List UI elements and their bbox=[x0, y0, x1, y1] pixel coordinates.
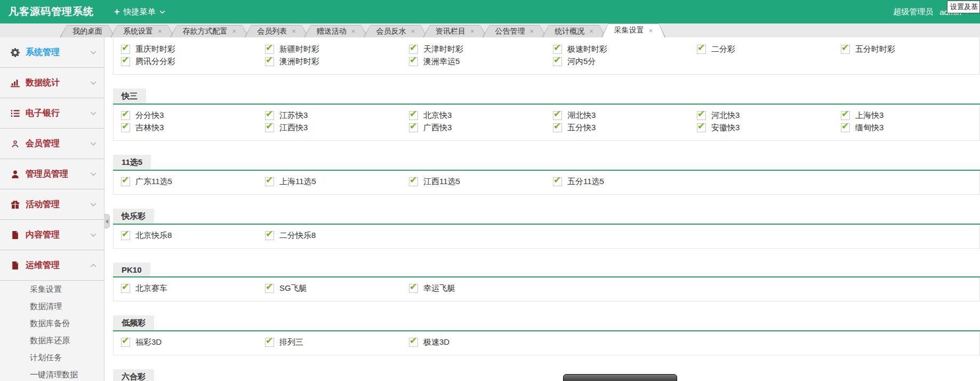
checkbox-checked-icon[interactable]: ✔ bbox=[697, 111, 706, 120]
quick-menu-button[interactable]: + 快捷菜单 bbox=[109, 0, 171, 23]
lottery-option[interactable]: ✔河北快3 bbox=[697, 109, 841, 122]
lottery-option[interactable]: ✔澳洲幸运5 bbox=[409, 55, 553, 68]
checkbox-checked-icon[interactable]: ✔ bbox=[697, 45, 706, 54]
checkbox-checked-icon[interactable]: ✔ bbox=[121, 338, 130, 347]
tab[interactable]: 资讯栏目× bbox=[423, 25, 487, 37]
tab-close-icon[interactable]: × bbox=[292, 28, 296, 35]
submenu-item[interactable]: 数据清理 bbox=[0, 298, 104, 315]
checkbox-checked-icon[interactable]: ✔ bbox=[409, 338, 418, 347]
checkbox-checked-icon[interactable]: ✔ bbox=[265, 111, 274, 120]
tab[interactable]: 系统设置× bbox=[110, 25, 175, 37]
checkbox-checked-icon[interactable]: ✔ bbox=[841, 123, 850, 132]
submenu-item[interactable]: 计划任务 bbox=[0, 349, 104, 366]
checkbox-checked-icon[interactable]: ✔ bbox=[265, 123, 274, 132]
lottery-option[interactable]: ✔福彩3D bbox=[121, 336, 265, 348]
sidebar-item[interactable]: 系统管理 bbox=[0, 37, 104, 68]
checkbox-checked-icon[interactable]: ✔ bbox=[121, 177, 130, 186]
tab[interactable]: 会员列表× bbox=[244, 25, 309, 37]
checkbox-checked-icon[interactable]: ✔ bbox=[553, 123, 562, 132]
checkbox-checked-icon[interactable]: ✔ bbox=[409, 284, 418, 293]
tab[interactable]: 公告管理× bbox=[483, 25, 547, 37]
checkbox-checked-icon[interactable]: ✔ bbox=[409, 111, 418, 120]
lottery-option[interactable]: ✔幸运飞艇 bbox=[409, 282, 553, 295]
tab-close-icon[interactable]: × bbox=[411, 28, 415, 35]
checkbox-checked-icon[interactable]: ✔ bbox=[121, 231, 130, 240]
lottery-option[interactable]: ✔江西快3 bbox=[265, 122, 409, 134]
checkbox-checked-icon[interactable]: ✔ bbox=[553, 177, 562, 186]
checkbox-checked-icon[interactable]: ✔ bbox=[553, 57, 562, 66]
checkbox-checked-icon[interactable]: ✔ bbox=[697, 123, 706, 132]
checkbox-checked-icon[interactable]: ✔ bbox=[121, 284, 130, 293]
lottery-option[interactable]: ✔广东11选5 bbox=[121, 176, 265, 188]
checkbox-checked-icon[interactable]: ✔ bbox=[265, 338, 274, 347]
tab-close-icon[interactable]: × bbox=[351, 28, 356, 35]
tab-close-icon[interactable]: × bbox=[589, 28, 593, 35]
lottery-option[interactable]: ✔天津时时彩 bbox=[409, 43, 553, 55]
lottery-option[interactable]: ✔湖北快3 bbox=[553, 109, 697, 122]
checkbox-checked-icon[interactable]: ✔ bbox=[121, 111, 130, 120]
tab-close-icon[interactable]: × bbox=[158, 28, 162, 35]
lottery-option[interactable]: ✔澳洲时时彩 bbox=[265, 55, 409, 68]
lottery-option[interactable]: ✔极速时时彩 bbox=[553, 43, 697, 55]
lottery-option[interactable]: ✔北京快乐8 bbox=[121, 229, 265, 242]
checkbox-checked-icon[interactable]: ✔ bbox=[121, 123, 130, 132]
checkbox-checked-icon[interactable]: ✔ bbox=[265, 284, 274, 293]
tab[interactable]: 统计概况× bbox=[542, 25, 606, 37]
tab-close-icon[interactable]: × bbox=[530, 28, 534, 35]
lottery-option[interactable]: ✔SG飞艇 bbox=[265, 282, 409, 295]
lottery-option[interactable]: ✔五分快3 bbox=[553, 122, 697, 134]
lottery-option[interactable]: ✔极速3D bbox=[409, 336, 553, 348]
checkbox-checked-icon[interactable]: ✔ bbox=[841, 45, 850, 54]
lottery-option[interactable]: ✔江西11选5 bbox=[409, 176, 553, 188]
lottery-option[interactable]: ✔新疆时时彩 bbox=[265, 43, 409, 55]
tab[interactable]: 赠送活动× bbox=[304, 25, 368, 37]
sidebar-item[interactable]: 管理员管理 bbox=[0, 159, 104, 189]
checkbox-checked-icon[interactable]: ✔ bbox=[553, 111, 562, 120]
sidebar-item[interactable]: 内容管理 bbox=[0, 220, 104, 250]
lottery-option[interactable]: ✔上海11选5 bbox=[265, 176, 409, 188]
lottery-option[interactable]: ✔重庆时时彩 bbox=[121, 43, 265, 55]
tab-close-icon[interactable]: × bbox=[470, 28, 475, 35]
lottery-option[interactable]: ✔五分11选5 bbox=[553, 176, 697, 188]
checkbox-checked-icon[interactable]: ✔ bbox=[841, 111, 850, 120]
checkbox-checked-icon[interactable]: ✔ bbox=[121, 57, 130, 66]
lottery-option[interactable]: ✔河内5分 bbox=[553, 55, 697, 68]
submenu-item[interactable]: 采集设置 bbox=[0, 281, 104, 298]
sidebar-item[interactable]: 运维管理 bbox=[0, 250, 104, 281]
lottery-option[interactable]: ✔腾讯分分彩 bbox=[121, 55, 265, 68]
lottery-option[interactable]: ✔五分时时彩 bbox=[841, 43, 980, 55]
lottery-option[interactable]: ✔北京赛车 bbox=[121, 282, 265, 295]
submenu-item[interactable]: 一键清理数据 bbox=[0, 366, 104, 381]
checkbox-checked-icon[interactable]: ✔ bbox=[409, 45, 418, 54]
lottery-option[interactable]: ✔缅甸快3 bbox=[841, 122, 980, 134]
lottery-option[interactable]: ✔广西快3 bbox=[409, 122, 553, 134]
tab[interactable]: 会员反水× bbox=[363, 25, 428, 37]
checkbox-checked-icon[interactable]: ✔ bbox=[265, 45, 274, 54]
submenu-item[interactable]: 数据库还原 bbox=[0, 332, 104, 349]
lottery-option[interactable]: ✔江苏快3 bbox=[265, 109, 409, 122]
lottery-option[interactable]: ✔北京快3 bbox=[409, 109, 553, 122]
sidebar-collapse-handle[interactable] bbox=[105, 214, 110, 228]
checkbox-checked-icon[interactable]: ✔ bbox=[265, 231, 274, 240]
sidebar-item[interactable]: 数据统计 bbox=[0, 68, 104, 98]
lottery-option[interactable]: ✔安徽快3 bbox=[697, 122, 841, 134]
checkbox-checked-icon[interactable]: ✔ bbox=[409, 57, 418, 66]
checkbox-checked-icon[interactable]: ✔ bbox=[265, 177, 274, 186]
tab-close-icon[interactable]: × bbox=[232, 28, 237, 35]
lottery-option[interactable]: ✔上海快3 bbox=[841, 109, 980, 122]
lottery-option[interactable]: ✔二分快乐8 bbox=[265, 229, 409, 242]
lottery-option[interactable]: ✔吉林快3 bbox=[121, 122, 265, 134]
checkbox-checked-icon[interactable]: ✔ bbox=[409, 177, 418, 186]
sidebar-item[interactable]: 电子银行 bbox=[0, 98, 104, 129]
checkbox-checked-icon[interactable]: ✔ bbox=[265, 57, 274, 66]
checkbox-checked-icon[interactable]: ✔ bbox=[409, 123, 418, 132]
sidebar-item[interactable]: 会员管理 bbox=[0, 129, 104, 159]
checkbox-checked-icon[interactable]: ✔ bbox=[121, 45, 130, 54]
lottery-option[interactable]: ✔二分彩 bbox=[697, 43, 841, 55]
submenu-item[interactable]: 数据库备份 bbox=[0, 315, 104, 332]
tab[interactable]: 采集设置× bbox=[601, 23, 666, 37]
sidebar-item[interactable]: 活动管理 bbox=[0, 189, 104, 220]
checkbox-checked-icon[interactable]: ✔ bbox=[553, 45, 562, 54]
tab-close-icon[interactable]: × bbox=[649, 27, 653, 34]
lottery-option[interactable]: ✔分分快3 bbox=[121, 109, 265, 122]
